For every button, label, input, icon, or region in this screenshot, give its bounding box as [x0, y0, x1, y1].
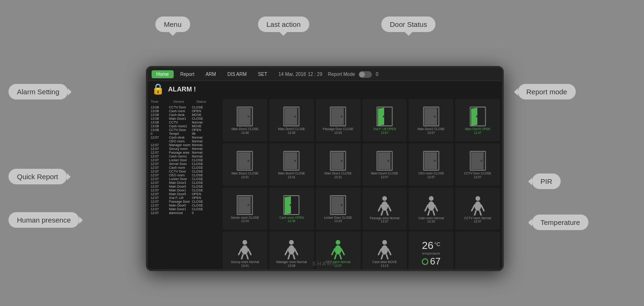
svg-point-5	[294, 116, 296, 117]
log-row: 13:08CCTVNormal	[150, 120, 219, 124]
cell-label: Locker Door CLOSE13:23	[324, 216, 352, 223]
svg-point-17	[476, 116, 478, 117]
nav-date: 14 Mar, 2018	[279, 72, 306, 77]
svg-point-2	[248, 116, 250, 117]
grid-cell: 2nd F. Lift OPEN13:07	[362, 99, 407, 141]
report-mode-label: Report Mode	[328, 72, 355, 77]
svg-point-26	[341, 160, 343, 162]
log-row: 12:07Locker DoorCLOSE	[150, 177, 219, 181]
svg-point-81	[382, 240, 387, 245]
cell-label: Passage Door CLOSE13:29	[323, 127, 354, 135]
svg-line-83	[378, 249, 381, 255]
log-row: 13:08Main Door1CLOSE	[150, 116, 219, 120]
cell-label: Passage area Normal13:37	[370, 216, 399, 224]
svg-line-60	[481, 205, 484, 211]
svg-point-58	[475, 201, 481, 211]
svg-line-55	[428, 211, 429, 215]
svg-line-85	[381, 255, 383, 259]
svg-line-50	[386, 211, 388, 215]
grid-cell	[455, 232, 500, 271]
svg-line-48	[388, 205, 391, 211]
last-action-tooltip-label: Last action	[266, 20, 301, 28]
log-row: 12:07CCTV DoorCLOSE	[150, 169, 219, 173]
grid-cell: 26 °C temperature 67	[409, 232, 453, 271]
log-row: 12:07CEO roomCLOSE	[150, 173, 219, 177]
nav-bar: Home Report ARM DIS ARM SET 14 Mar, 2018…	[148, 68, 502, 81]
humidity-icon	[422, 258, 428, 265]
report-button[interactable]: Report	[176, 70, 199, 78]
svg-point-23	[294, 160, 296, 162]
pir-tooltip-label: PIR	[540, 177, 552, 185]
cell-label: Secury room Normal13:41	[231, 260, 259, 268]
log-row: 12:07Main Door5OPEN	[150, 192, 219, 196]
arm-button[interactable]: ARM	[201, 70, 221, 78]
set-button[interactable]: SET	[253, 70, 272, 78]
grid-cell: Cash desk MOVE13:15	[362, 232, 407, 271]
svg-point-75	[336, 240, 340, 245]
log-row: 12:07Locker DoorCLOSE	[150, 158, 219, 162]
log-row: 12:07Manager roomNormal	[150, 143, 219, 147]
quick-report-tooltip-label: Quick Report	[17, 173, 58, 181]
svg-point-70	[288, 245, 295, 255]
log-rows-container: 13:08CCTV DoorCLOSE13:08Cash roomOPEN13:…	[150, 105, 219, 215]
log-row: 12:07Main Door0CLOSE	[150, 184, 219, 188]
log-row: 12:07Cash room1Normal	[150, 154, 219, 158]
grid-cell: Manager room Normal13:08	[269, 232, 314, 271]
cell-label: Main Door2 CLOSE13:07	[418, 127, 444, 135]
svg-line-61	[475, 211, 476, 215]
svg-point-8	[341, 116, 343, 117]
svg-line-49	[381, 211, 383, 215]
cell-label: Main Door0 CLOSE12:07	[371, 172, 398, 179]
svg-point-82	[381, 245, 388, 255]
svg-point-46	[381, 201, 388, 211]
svg-line-59	[472, 205, 475, 211]
grid-cell: CCTV room Normal12:47	[455, 188, 500, 230]
cell-label: 2nd F. Lift OPEN13:07	[373, 127, 396, 135]
cell-label: Main Door1 CLOSE13:31	[232, 172, 258, 179]
svg-point-69	[289, 240, 294, 245]
cell-label: Main Door5 OPEN12:47	[465, 127, 491, 135]
cell-label: Server room CLOSE12:24	[231, 216, 259, 223]
home-button[interactable]: Home	[152, 70, 174, 78]
log-row: 13:08CCTV DoorOPEN	[150, 128, 219, 132]
grid-cell: Main Door0 CLOSE12:07	[362, 143, 407, 186]
cell-label: Main Door1 CLOSE13:31	[324, 172, 351, 179]
cell-label: Cash room Normal12:29	[418, 216, 444, 224]
quick-report-tooltip: Quick Report	[8, 169, 67, 184]
nav-time: 12 : 29	[308, 72, 322, 77]
grid-cell: Main Door3 CLOSE13:35	[269, 99, 314, 141]
cell-label: Cash desk MOVE13:15	[372, 260, 397, 268]
main-content: Time Device Status 13:08CCTV DoorCLOSE13…	[148, 97, 502, 271]
log-col-time: Time	[151, 99, 172, 104]
log-row: 12:07Passage areaNormal	[150, 150, 219, 154]
log-row: 0Temp#96	[150, 132, 219, 135]
grid-cell: Main Door1 CLOSE13:31	[316, 143, 361, 186]
menu-tooltip: Menu	[155, 17, 190, 32]
svg-line-54	[435, 205, 437, 211]
last-action-tooltip: Last action	[258, 17, 309, 32]
log-col-status: Status	[196, 99, 218, 104]
report-mode-toggle[interactable]	[359, 71, 372, 78]
log-row: 12:07Cash deskNormal	[150, 135, 219, 139]
grid-cell: Main Door2 CLOSE13:07	[409, 99, 453, 141]
grid-cell: Server room CLOSE12:24	[223, 188, 267, 230]
alarm-setting-tooltip-label: Alarm Setting	[17, 88, 59, 96]
grid-cell: Passage area Normal13:37	[362, 188, 407, 230]
alarm-setting-tooltip: Alarm Setting	[8, 84, 68, 99]
grid-cell: Main Door4 CLOSE13:31	[269, 143, 314, 186]
svg-line-74	[293, 255, 295, 259]
log-row: 12:07Main Door0CLOSE	[150, 203, 219, 207]
log-row: 13:08Cash roomOPEN	[150, 109, 219, 113]
alarm-banner: 🔒 ALARM !	[148, 81, 502, 97]
temperature-tooltip: Temperature	[532, 215, 588, 230]
svg-line-62	[480, 211, 481, 215]
svg-line-80	[340, 255, 341, 259]
temperature-tooltip-label: Temperature	[540, 218, 580, 226]
humidity-display: 67	[422, 256, 441, 267]
cell-label: Main Door4 CLOSE13:31	[278, 172, 305, 179]
log-col-device: Device	[173, 99, 195, 104]
cell-label: Main Door1 CLOSE13:36	[232, 127, 258, 135]
dis-arm-button[interactable]: DIS ARM	[223, 70, 251, 78]
svg-line-67	[242, 255, 243, 259]
log-row: 12:07Passage DoorCLOSE	[150, 199, 219, 203]
